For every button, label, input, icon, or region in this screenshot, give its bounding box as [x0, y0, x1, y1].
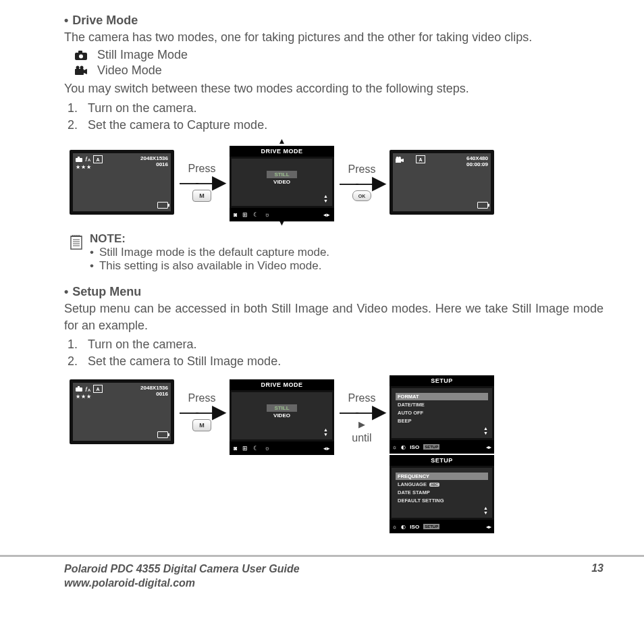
heading-drive-mode: •Drive Mode — [64, 14, 603, 28]
arrow-right-icon: ——▶ — [340, 407, 384, 417]
battery-icon — [157, 202, 168, 209]
steps-list-1: 1.Turn on the camera. 2.Set the camera t… — [64, 100, 603, 134]
right-triangle-icon: ▶ — [358, 419, 365, 429]
svg-rect-6 — [76, 158, 82, 162]
m-button: M — [192, 190, 211, 202]
svg-point-9 — [396, 157, 399, 159]
video-mode-label: Video Mode — [97, 63, 162, 78]
notepad-icon — [70, 234, 83, 250]
camera-icon — [74, 50, 88, 61]
setup-intro: Setup menu can be accessed in both Still… — [64, 300, 603, 333]
arrow-right-icon: ——▶ — [340, 178, 384, 188]
svg-rect-11 — [71, 236, 82, 249]
drive-mode-menu: DRIVE MODE STILL VIDEO ▲▼ ◙ ⊞☾☼ ◂▸ — [230, 146, 334, 219]
ok-button: OK — [352, 190, 371, 201]
svg-rect-21 — [76, 387, 82, 392]
arrow-right-icon: ——▶ — [180, 178, 224, 187]
up-triangle-icon: ▲ — [278, 139, 286, 144]
svg-point-10 — [398, 157, 401, 159]
svg-point-2 — [79, 54, 83, 58]
battery-icon — [477, 202, 488, 209]
lcd-video-preview: A 640X480 00:00:09 — [390, 150, 494, 215]
still-mode-label: Still Image Mode — [97, 48, 188, 62]
intro-text: The camera has two modes, one for taking… — [64, 29, 603, 45]
svg-rect-8 — [396, 159, 401, 163]
mode-list: Still Image Mode Video Mode — [74, 48, 603, 78]
setup-menu-1: SETUP FORMAT DATE/TIME AUTO OFF BEEP ▲▼ … — [390, 375, 494, 448]
setup-menu-2: SETUP FREQUENCY LANGUAGE ABC DATE STAMP … — [390, 455, 494, 528]
figure-drive-mode: ƒA A 2048X1536 0016 ★★★ Press ——▶ M ▲ DR… — [70, 139, 603, 225]
video-icon — [74, 65, 88, 76]
camera-tab-icon: ◙ — [234, 211, 237, 218]
heading-setup-menu: •Setup Menu — [64, 285, 603, 299]
camera-icon — [76, 157, 82, 162]
note-title: NOTE: — [90, 232, 329, 246]
svg-point-4 — [76, 65, 80, 69]
footer-url: www.polaroid-digital.com — [64, 576, 300, 591]
svg-point-5 — [80, 65, 84, 69]
video-icon — [396, 157, 404, 163]
down-triangle-icon: ▼ — [278, 221, 286, 225]
switch-text: You may switch between these two modes a… — [64, 80, 603, 97]
svg-point-19 — [76, 235, 78, 236]
lcd-still-preview: ƒA A 2048X1536 0016 ★★★ — [70, 379, 174, 444]
svg-rect-3 — [75, 69, 84, 75]
m-button: M — [192, 419, 211, 431]
svg-rect-7 — [78, 157, 80, 158]
drive-mode-menu: DRIVE MODE STILL VIDEO ▲▼ ◙⊞☾☼ ◂▸ — [230, 379, 334, 452]
svg-point-20 — [78, 235, 80, 236]
page-footer: Polaroid PDC 4355 Digital Camera User Gu… — [0, 555, 644, 604]
svg-point-17 — [72, 235, 74, 236]
arrow-right-icon: ——▶ — [180, 407, 224, 417]
lcd-still-preview: ƒA A 2048X1536 0016 ★★★ — [70, 150, 174, 215]
page-number: 13 — [591, 562, 603, 591]
svg-rect-1 — [78, 51, 82, 53]
svg-point-18 — [74, 235, 76, 236]
svg-rect-22 — [78, 386, 80, 387]
until-label: until — [352, 432, 371, 444]
note-block: NOTE: •Still Image mode is the default c… — [70, 232, 603, 273]
figure-setup-menu: ƒA A 2048X1536 0016 ★★★ Press ——▶ M DRIV… — [70, 375, 603, 528]
steps-list-2: 1.Turn on the camera. 2.Set the camera t… — [64, 336, 603, 370]
footer-title: Polaroid PDC 4355 Digital Camera User Gu… — [64, 562, 300, 576]
